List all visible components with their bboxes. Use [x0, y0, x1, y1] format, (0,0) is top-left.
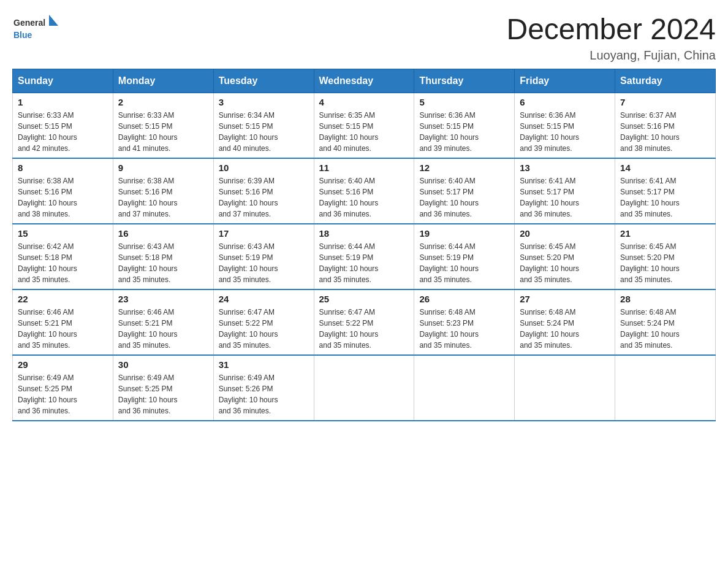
day-number: 20 — [520, 228, 610, 239]
day-of-week-header: Sunday — [13, 69, 113, 93]
day-number: 31 — [219, 359, 309, 370]
day-of-week-header: Thursday — [414, 69, 515, 93]
day-number: 15 — [18, 228, 108, 239]
day-number: 11 — [319, 163, 409, 173]
day-of-week-header: Friday — [515, 69, 615, 93]
day-info: Sunrise: 6:44 AMSunset: 5:19 PMDaylight:… — [319, 241, 409, 285]
day-number: 23 — [118, 294, 208, 304]
calendar-week-row: 1Sunrise: 6:33 AMSunset: 5:15 PMDaylight… — [13, 93, 716, 159]
calendar-cell: 8Sunrise: 6:38 AMSunset: 5:16 PMDaylight… — [13, 158, 113, 224]
day-number: 4 — [319, 97, 409, 107]
day-number: 2 — [118, 97, 208, 107]
day-of-week-header: Tuesday — [213, 69, 314, 93]
day-info: Sunrise: 6:45 AMSunset: 5:20 PMDaylight:… — [620, 241, 710, 285]
calendar-cell: 3Sunrise: 6:34 AMSunset: 5:15 PMDaylight… — [213, 93, 314, 159]
day-number: 28 — [620, 294, 710, 304]
calendar-week-row: 15Sunrise: 6:42 AMSunset: 5:18 PMDayligh… — [13, 224, 716, 289]
calendar-cell: 7Sunrise: 6:37 AMSunset: 5:16 PMDaylight… — [615, 93, 716, 159]
day-number: 17 — [219, 228, 309, 239]
calendar-cell: 5Sunrise: 6:36 AMSunset: 5:15 PMDaylight… — [414, 93, 515, 159]
svg-text:General: General — [13, 18, 45, 28]
calendar-cell: 11Sunrise: 6:40 AMSunset: 5:16 PMDayligh… — [314, 158, 414, 224]
calendar-cell: 6Sunrise: 6:36 AMSunset: 5:15 PMDaylight… — [515, 93, 615, 159]
day-info: Sunrise: 6:34 AMSunset: 5:15 PMDaylight:… — [219, 110, 309, 154]
calendar-cell: 22Sunrise: 6:46 AMSunset: 5:21 PMDayligh… — [13, 289, 113, 355]
day-info: Sunrise: 6:48 AMSunset: 5:24 PMDaylight:… — [620, 307, 710, 351]
day-of-week-header: Wednesday — [314, 69, 414, 93]
day-info: Sunrise: 6:49 AMSunset: 5:26 PMDaylight:… — [219, 372, 309, 416]
calendar-week-row: 22Sunrise: 6:46 AMSunset: 5:21 PMDayligh… — [13, 289, 716, 355]
day-info: Sunrise: 6:48 AMSunset: 5:23 PMDaylight:… — [419, 307, 509, 351]
svg-text:Blue: Blue — [13, 30, 32, 40]
svg-marker-1 — [49, 15, 58, 26]
calendar-cell: 20Sunrise: 6:45 AMSunset: 5:20 PMDayligh… — [515, 224, 615, 289]
day-number: 30 — [118, 359, 208, 370]
calendar-cell — [314, 355, 414, 421]
day-info: Sunrise: 6:46 AMSunset: 5:21 PMDaylight:… — [118, 307, 208, 351]
calendar-cell: 27Sunrise: 6:48 AMSunset: 5:24 PMDayligh… — [515, 289, 615, 355]
day-number: 21 — [620, 228, 710, 239]
day-info: Sunrise: 6:45 AMSunset: 5:20 PMDaylight:… — [520, 241, 610, 285]
day-number: 14 — [620, 163, 710, 173]
day-info: Sunrise: 6:38 AMSunset: 5:16 PMDaylight:… — [18, 175, 108, 220]
calendar-cell: 18Sunrise: 6:44 AMSunset: 5:19 PMDayligh… — [314, 224, 414, 289]
day-number: 25 — [319, 294, 409, 304]
day-info: Sunrise: 6:43 AMSunset: 5:19 PMDaylight:… — [219, 241, 309, 285]
calendar-cell: 29Sunrise: 6:49 AMSunset: 5:25 PMDayligh… — [13, 355, 113, 421]
month-title: December 2024 — [506, 12, 716, 46]
calendar-cell: 24Sunrise: 6:47 AMSunset: 5:22 PMDayligh… — [213, 289, 314, 355]
day-of-week-header: Monday — [113, 69, 213, 93]
day-number: 8 — [18, 163, 108, 173]
day-info: Sunrise: 6:37 AMSunset: 5:16 PMDaylight:… — [620, 110, 710, 154]
day-info: Sunrise: 6:39 AMSunset: 5:16 PMDaylight:… — [219, 175, 309, 220]
day-number: 18 — [319, 228, 409, 239]
day-info: Sunrise: 6:41 AMSunset: 5:17 PMDaylight:… — [520, 175, 610, 220]
day-info: Sunrise: 6:47 AMSunset: 5:22 PMDaylight:… — [319, 307, 409, 351]
logo-image: General Blue — [12, 12, 61, 49]
day-number: 26 — [419, 294, 509, 304]
day-info: Sunrise: 6:40 AMSunset: 5:16 PMDaylight:… — [319, 175, 409, 220]
day-number: 13 — [520, 163, 610, 173]
calendar-cell: 17Sunrise: 6:43 AMSunset: 5:19 PMDayligh… — [213, 224, 314, 289]
day-number: 10 — [219, 163, 309, 173]
calendar-cell: 10Sunrise: 6:39 AMSunset: 5:16 PMDayligh… — [213, 158, 314, 224]
calendar-cell: 25Sunrise: 6:47 AMSunset: 5:22 PMDayligh… — [314, 289, 414, 355]
day-number: 3 — [219, 97, 309, 107]
day-info: Sunrise: 6:46 AMSunset: 5:21 PMDaylight:… — [18, 307, 108, 351]
calendar-cell: 15Sunrise: 6:42 AMSunset: 5:18 PMDayligh… — [13, 224, 113, 289]
day-number: 27 — [520, 294, 610, 304]
day-info: Sunrise: 6:48 AMSunset: 5:24 PMDaylight:… — [520, 307, 610, 351]
day-number: 22 — [18, 294, 108, 304]
calendar-cell: 13Sunrise: 6:41 AMSunset: 5:17 PMDayligh… — [515, 158, 615, 224]
day-info: Sunrise: 6:33 AMSunset: 5:15 PMDaylight:… — [18, 110, 108, 154]
day-info: Sunrise: 6:44 AMSunset: 5:19 PMDaylight:… — [419, 241, 509, 285]
calendar-cell: 12Sunrise: 6:40 AMSunset: 5:17 PMDayligh… — [414, 158, 515, 224]
calendar-cell: 2Sunrise: 6:33 AMSunset: 5:15 PMDaylight… — [113, 93, 213, 159]
calendar-cell: 28Sunrise: 6:48 AMSunset: 5:24 PMDayligh… — [615, 289, 716, 355]
calendar-cell: 31Sunrise: 6:49 AMSunset: 5:26 PMDayligh… — [213, 355, 314, 421]
location: Luoyang, Fujian, China — [506, 48, 716, 63]
day-number: 29 — [18, 359, 108, 370]
day-number: 9 — [118, 163, 208, 173]
calendar-cell: 14Sunrise: 6:41 AMSunset: 5:17 PMDayligh… — [615, 158, 716, 224]
calendar-cell: 26Sunrise: 6:48 AMSunset: 5:23 PMDayligh… — [414, 289, 515, 355]
title-block: December 2024 Luoyang, Fujian, China — [506, 12, 716, 63]
day-number: 5 — [419, 97, 509, 107]
day-info: Sunrise: 6:35 AMSunset: 5:15 PMDaylight:… — [319, 110, 409, 154]
day-number: 6 — [520, 97, 610, 107]
day-of-week-header: Saturday — [615, 69, 716, 93]
day-number: 19 — [419, 228, 509, 239]
day-info: Sunrise: 6:43 AMSunset: 5:18 PMDaylight:… — [118, 241, 208, 285]
day-info: Sunrise: 6:36 AMSunset: 5:15 PMDaylight:… — [520, 110, 610, 154]
calendar-cell: 30Sunrise: 6:49 AMSunset: 5:25 PMDayligh… — [113, 355, 213, 421]
day-info: Sunrise: 6:41 AMSunset: 5:17 PMDaylight:… — [620, 175, 710, 220]
calendar-cell — [615, 355, 716, 421]
calendar-week-row: 29Sunrise: 6:49 AMSunset: 5:25 PMDayligh… — [13, 355, 716, 421]
day-info: Sunrise: 6:40 AMSunset: 5:17 PMDaylight:… — [419, 175, 509, 220]
day-info: Sunrise: 6:36 AMSunset: 5:15 PMDaylight:… — [419, 110, 509, 154]
day-info: Sunrise: 6:49 AMSunset: 5:25 PMDaylight:… — [18, 372, 108, 416]
day-info: Sunrise: 6:38 AMSunset: 5:16 PMDaylight:… — [118, 175, 208, 220]
day-info: Sunrise: 6:47 AMSunset: 5:22 PMDaylight:… — [219, 307, 309, 351]
day-number: 12 — [419, 163, 509, 173]
calendar-cell: 1Sunrise: 6:33 AMSunset: 5:15 PMDaylight… — [13, 93, 113, 159]
